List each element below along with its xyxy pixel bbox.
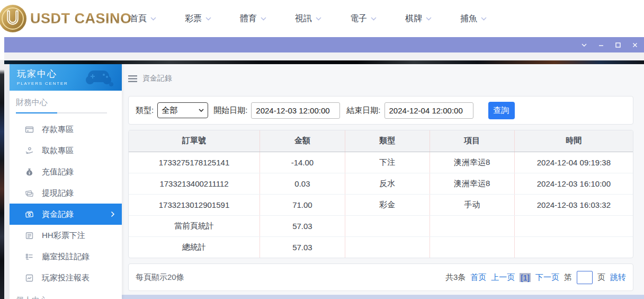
page-jump-input[interactable] <box>577 271 593 284</box>
nav-item-cards[interactable]: 棋牌 <box>391 0 446 37</box>
coin-logo-icon <box>0 4 28 33</box>
sidebar-item-label: 存款專區 <box>42 125 74 135</box>
background-banner-strip <box>4 60 644 64</box>
end-date-input[interactable] <box>384 102 473 119</box>
nav-item-slots[interactable]: 電子 <box>336 0 391 37</box>
table-cell: 2024-12-03 16:10:00 <box>514 173 633 194</box>
sidebar-item-player-bet-report[interactable]: 玩家投注報表 <box>10 267 122 288</box>
table-cell <box>345 236 430 258</box>
table-row: 1733213012901591 71.00 彩金 手动 2024-12-03 … <box>129 194 633 215</box>
table-cell: 71.00 <box>260 194 345 215</box>
jump-prefix-label: 第 <box>564 272 572 283</box>
nav-item-live[interactable]: 視訊 <box>281 0 336 37</box>
table-cell <box>345 215 430 236</box>
table-header-cell: 訂單號 <box>129 130 260 152</box>
bank-card-icon <box>25 125 34 134</box>
end-date-label: 結束日期: <box>346 105 380 116</box>
pagination-bar: 每頁顯示20條 共3条 首页 上一页 [1] 下一页 第 页 跳转 <box>128 263 633 291</box>
page-title: 資金記錄 <box>142 74 172 83</box>
chevron-down-icon <box>580 41 588 49</box>
nav-label: 捕魚 <box>460 13 477 24</box>
close-button[interactable] <box>630 40 640 50</box>
chevron-down-icon <box>426 17 432 21</box>
sidebar-section-finance[interactable]: 財務中心 <box>16 98 122 108</box>
site-header: USDT CASINO 首頁 彩票 體育 視訊 電子 棋牌 捕魚 <box>0 0 644 37</box>
sidebar-item-withdrawal-records[interactable]: 提現記錄 <box>10 182 122 204</box>
table-header-cell: 金額 <box>260 130 345 152</box>
current-page-badge[interactable]: [1] <box>520 273 531 282</box>
sidebar-header: 玩家中心 PLAYERS CENTER <box>10 64 122 91</box>
sidebar-item-withdraw[interactable]: 取款專區 <box>10 140 122 161</box>
nav-item-lottery[interactable]: 彩票 <box>171 0 226 37</box>
table-cell <box>514 236 633 258</box>
nav-label: 視訊 <box>295 13 312 24</box>
gamepad-icon <box>84 66 115 87</box>
page-size-text: 每頁顯示20條 <box>136 272 184 283</box>
left-gutter <box>4 64 10 299</box>
sidebar-item-label: 玩家投注報表 <box>42 273 90 283</box>
filter-bar: 類型: 全部 開始日期: 結束日期: 查詢 <box>128 96 633 125</box>
nav-label: 棋牌 <box>405 13 422 24</box>
sidebar-item-label: 充值記錄 <box>42 167 74 177</box>
jump-button[interactable]: 跳转 <box>610 272 626 283</box>
table-cell: 0.03 <box>260 173 345 194</box>
table-cell <box>430 236 514 258</box>
nav-item-fishing[interactable]: 捕魚 <box>446 0 501 37</box>
sidebar-item-hh-lottery-bets[interactable]: HH彩票下注 <box>10 225 122 246</box>
chevron-down-icon <box>205 17 211 21</box>
minimize-button[interactable] <box>596 40 606 50</box>
nav-label: 首頁 <box>130 13 147 24</box>
sidebar-item-label: 提現記錄 <box>42 188 74 198</box>
collapse-window-button[interactable] <box>579 40 589 50</box>
table-cell: 手动 <box>430 194 514 215</box>
prev-page-link[interactable]: 上一页 <box>491 272 515 283</box>
sidebar-item-deposit[interactable]: 存款專區 <box>10 119 122 140</box>
nav-item-home[interactable]: 首頁 <box>115 0 171 37</box>
start-date-input[interactable] <box>251 102 340 119</box>
type-label: 類型: <box>136 105 154 116</box>
sidebar-item-recharge-records[interactable]: 充值記錄 <box>10 161 122 182</box>
page-background-edge <box>0 60 4 299</box>
total-count-text: 共3条 <box>445 272 466 283</box>
chevron-down-icon <box>371 17 377 21</box>
cash-notes-icon <box>25 189 34 198</box>
funds-table-container: 訂單號 金額 類型 項目 時間 1733275178125141 -14.00 … <box>128 130 633 258</box>
funds-table: 訂單號 金額 類型 項目 時間 1733275178125141 -14.00 … <box>129 130 633 258</box>
table-cell: 1733275178125141 <box>129 152 260 173</box>
maximize-button[interactable] <box>613 40 623 50</box>
nav-item-sports[interactable]: 體育 <box>226 0 281 37</box>
checklist-icon <box>25 252 34 261</box>
money-bag-icon <box>25 168 34 177</box>
table-row-page-total: 當前頁統計 57.03 <box>129 215 633 236</box>
menu-toggle-button[interactable] <box>128 75 137 82</box>
table-row: 1733275178125141 -14.00 下注 澳洲幸运8 2024-12… <box>129 152 633 173</box>
hamburger-icon <box>128 75 137 82</box>
sidebar-item-room-bet-records[interactable]: 廳室投註記錄 <box>10 246 122 267</box>
brand-logo[interactable]: USDT CASINO <box>0 4 132 33</box>
table-cell: 當前頁統計 <box>129 215 260 236</box>
sidebar-section-personal[interactable]: 個人中心 <box>16 295 122 299</box>
sidebar: 玩家中心 PLAYERS CENTER 財務中心 <box>10 64 122 299</box>
first-page-link[interactable]: 首页 <box>470 272 486 283</box>
frame-gap <box>4 52 644 60</box>
table-cell <box>514 215 633 236</box>
chevron-down-icon <box>481 17 487 21</box>
workspace: 玩家中心 PLAYERS CENTER 財務中心 <box>4 64 644 299</box>
sidebar-item-funds-records[interactable]: 資金記錄 <box>10 204 122 225</box>
nav-label: 彩票 <box>185 13 202 24</box>
table-row: 1733213400211112 0.03 反水 澳洲幸运8 2024-12-0… <box>129 173 633 194</box>
table-cell: 下注 <box>345 152 430 173</box>
search-button[interactable]: 查詢 <box>488 102 515 119</box>
breadcrumb: 資金記錄 <box>128 71 633 86</box>
type-select[interactable]: 全部 <box>157 102 208 118</box>
nav-label: 體育 <box>240 13 257 24</box>
table-cell: -14.00 <box>260 152 345 173</box>
window-titlebar <box>4 37 644 52</box>
table-cell: 澳洲幸运8 <box>430 152 514 173</box>
sidebar-item-label: 廳室投註記錄 <box>42 252 90 262</box>
report-chart-icon <box>25 274 34 283</box>
next-page-link[interactable]: 下一页 <box>535 272 559 283</box>
table-cell: 反水 <box>345 173 430 194</box>
table-cell: 1733213012901591 <box>129 194 260 215</box>
table-cell: 2024-12-04 09:19:38 <box>514 152 633 173</box>
